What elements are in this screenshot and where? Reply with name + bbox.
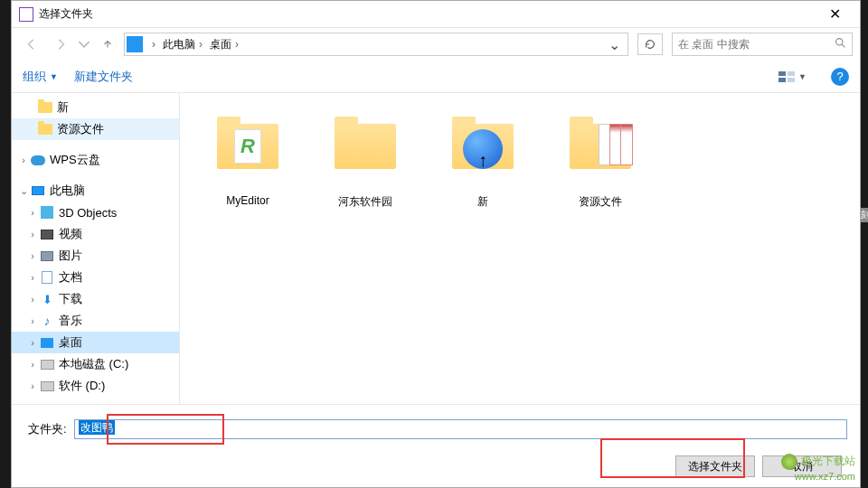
help-button[interactable]: ? (831, 68, 849, 86)
breadcrumb-desktop[interactable]: 桌面› (206, 37, 242, 52)
close-button[interactable]: ✕ (816, 2, 853, 27)
forward-button[interactable] (48, 32, 73, 57)
sidebar-documents[interactable]: ›文档 (12, 267, 179, 288)
sidebar-quick-new[interactable]: 新 (12, 97, 179, 118)
folder-new[interactable]: 新 (442, 111, 524, 210)
sidebar-this-pc[interactable]: ⌄此电脑 (12, 180, 179, 202)
sidebar-desktop[interactable]: ›桌面 (12, 332, 179, 353)
watermark: 极光下载站 www.xz7.com (781, 454, 855, 483)
body: 新 资源文件 ›WPS云盘 ⌄此电脑 ›3D Objects ›视频 ›图片 ›… (12, 93, 860, 404)
search-box[interactable] (672, 33, 853, 56)
sidebar-wps-cloud[interactable]: ›WPS云盘 (12, 149, 179, 171)
footer: 文件夹: 改图鸭 选择文件夹 取消 (12, 404, 860, 488)
sidebar-videos[interactable]: ›视频 (12, 223, 179, 245)
toolbar: 组织▼ 新建文件夹 ▼ ? (12, 61, 860, 93)
folder-hedong[interactable]: 河东软件园 (325, 111, 406, 210)
sidebar-disk-d[interactable]: ›软件 (D:) (12, 375, 179, 397)
folder-picker-dialog: 选择文件夹 ✕ › 此电脑› 桌面› ⌄ 组织▼ 新建文件夹 ▼ ? 新 资源文… (11, 0, 861, 488)
select-folder-button[interactable]: 选择文件夹 (675, 455, 755, 477)
new-folder-button[interactable]: 新建文件夹 (74, 69, 133, 85)
location-icon (127, 36, 143, 52)
watermark-logo-icon (781, 454, 797, 470)
svg-rect-4 (788, 71, 795, 76)
sidebar-downloads[interactable]: ›⬇下载 (12, 288, 179, 310)
folder-myeditor[interactable]: R MyEditor (207, 111, 288, 207)
nav-bar: › 此电脑› 桌面› ⌄ (12, 28, 860, 61)
sidebar: 新 资源文件 ›WPS云盘 ⌄此电脑 ›3D Objects ›视频 ›图片 ›… (12, 93, 180, 404)
sidebar-disk-c[interactable]: ›本地磁盘 (C:) (12, 353, 179, 375)
address-dropdown[interactable]: ⌄ (603, 36, 626, 53)
up-button[interactable] (95, 32, 120, 57)
svg-line-1 (842, 44, 844, 47)
search-icon (835, 36, 846, 52)
refresh-button[interactable] (637, 33, 663, 55)
titlebar: 选择文件夹 ✕ (12, 1, 860, 28)
address-bar[interactable]: › 此电脑› 桌面› ⌄ (124, 33, 628, 56)
breadcrumb-pc[interactable]: 此电脑› (159, 37, 206, 52)
svg-rect-2 (778, 71, 786, 76)
breadcrumb-root[interactable]: › (145, 38, 159, 51)
sidebar-quick-resources[interactable]: 资源文件 (12, 118, 179, 140)
right-edge-tab: 刻 (861, 208, 868, 222)
folder-name-input[interactable]: 改图鸭 (74, 419, 847, 439)
organize-menu[interactable]: 组织▼ (23, 69, 58, 85)
folder-resources[interactable]: 资源文件 (560, 111, 641, 210)
history-dropdown[interactable] (77, 32, 91, 57)
view-options[interactable]: ▼ (777, 66, 807, 88)
svg-rect-5 (788, 78, 795, 82)
svg-rect-3 (778, 78, 786, 82)
sidebar-music[interactable]: ›♪音乐 (12, 310, 179, 332)
sidebar-3d-objects[interactable]: ›3D Objects (12, 202, 179, 223)
folder-name-label: 文件夹: (28, 421, 67, 437)
file-grid[interactable]: R MyEditor 河东软件园 新 资源文件 (180, 93, 860, 404)
search-input[interactable] (678, 38, 835, 51)
sidebar-pictures[interactable]: ›图片 (12, 245, 179, 267)
svg-point-0 (836, 39, 843, 45)
app-icon (19, 7, 33, 22)
window-title: 选择文件夹 (39, 6, 816, 22)
back-button[interactable] (19, 32, 44, 57)
